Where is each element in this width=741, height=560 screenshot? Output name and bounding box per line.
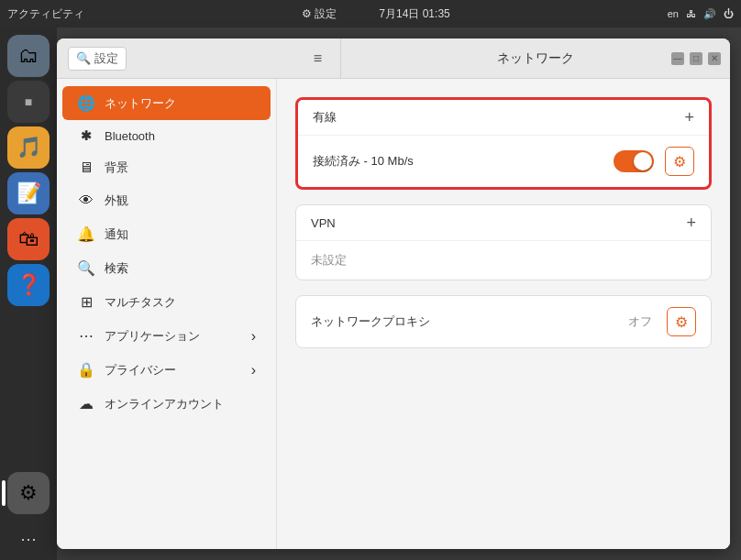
maximize-button[interactable]: □ [690,52,702,65]
sidebar-search-label: 検索 [105,260,128,277]
applications-icon: ⋯ [77,327,95,345]
vpn-section-header: VPN + [296,205,711,241]
wired-add-button[interactable]: + [684,109,694,126]
appearance-icon: 👁 [77,192,95,209]
wired-toggle[interactable] [614,150,654,172]
vpn-section: VPN + 未設定 [295,204,712,280]
sidebar-item-background[interactable]: 🖥 背景 [62,151,271,184]
settings-menu-button[interactable]: ≡ [306,47,329,71]
sidebar-applications-label: アプリケーション [105,328,200,345]
sidebar-online-label: オンラインアカウント [105,396,224,412]
topbar-center: ⚙ 設定 7月14日 01:35 [302,6,450,22]
dock-item-settings[interactable]: ⚙ [7,472,50,514]
network-icon[interactable]: 🖧 [686,8,696,19]
vpn-label: VPN [311,216,336,230]
sidebar-bluetooth-label: Bluetooth [105,129,155,143]
dock-item-writer[interactable]: 📝 [7,172,50,214]
sidebar-item-privacy[interactable]: 🔒 プライバシー [62,353,271,387]
dock-item-help[interactable]: ❓ [7,264,50,306]
settings-topbar: 🔍 設定 ≡ [57,38,340,79]
search-icon: 🔍 [76,51,91,65]
sidebar-item-online[interactable]: ☁ オンラインアカウント [62,387,271,421]
power-icon[interactable]: ⏻ [724,8,734,19]
volume-icon[interactable]: 🔊 [703,8,716,20]
topbar-settings-label[interactable]: ⚙ 設定 [302,6,337,22]
topbar-right: en 🖧 🔊 ⏻ [668,8,734,20]
dock-item-grid[interactable]: ⋯ [7,518,50,560]
proxy-gear-button[interactable]: ⚙ [667,307,696,336]
wired-gear-button[interactable]: ⚙ [665,147,694,176]
wired-section: 有線 + 接続済み - 10 Mb/s ⚙ [295,97,712,190]
wired-row-controls: ⚙ [614,147,694,176]
wired-connection-label: 接続済み - 10 Mb/s [313,153,614,170]
search-box[interactable]: 🔍 設定 [68,47,127,71]
dock-item-software[interactable]: 🛍 [7,218,50,260]
activities-label[interactable]: アクティビティ [7,6,84,22]
topbar-datetime: 7月14日 01:35 [379,6,449,22]
bluetooth-icon: ✱ [77,128,95,143]
content-area: 🌐 ネットワーク ✱ Bluetooth 🖥 背景 👁 外観 🔔 通 [57,79,730,549]
search-sidebar-icon: 🔍 [77,259,95,277]
privacy-icon: 🔒 [77,361,95,379]
sidebar: 🌐 ネットワーク ✱ Bluetooth 🖥 背景 👁 外観 🔔 通 [57,79,277,549]
wired-connection-row: 接続済み - 10 Mb/s ⚙ [298,136,709,187]
sidebar-background-label: 背景 [105,159,128,176]
multitask-icon: ⊞ [77,293,95,311]
wired-gear-icon: ⚙ [673,153,686,170]
sidebar-item-applications[interactable]: ⋯ アプリケーション [62,319,271,353]
dock-item-terminal[interactable]: ■ [7,81,50,123]
notifications-icon: 🔔 [77,225,95,243]
network-panel-title: ネットワーク [497,50,574,67]
dock-item-music[interactable]: 🎵 [7,126,50,169]
topbar-lang[interactable]: en [668,8,679,19]
sidebar-item-bluetooth[interactable]: ✱ Bluetooth [62,120,271,151]
proxy-section: ネットワークプロキシ オフ ⚙ [295,295,712,348]
sidebar-item-multitask[interactable]: ⊞ マルチタスク [62,285,271,319]
vpn-empty-row: 未設定 [296,241,711,280]
window-controls: — □ ✕ [671,52,721,65]
sidebar-network-label: ネットワーク [105,95,176,112]
wired-section-header: 有線 + [298,100,709,136]
wired-label: 有線 [313,109,337,126]
search-placeholder: 設定 [94,50,118,67]
minimize-button[interactable]: — [671,52,684,65]
topbar: アクティビティ ⚙ 設定 7月14日 01:35 en 🖧 🔊 ⏻ [0,0,741,27]
sidebar-privacy-label: プライバシー [105,362,176,379]
sidebar-item-search[interactable]: 🔍 検索 [62,251,271,285]
proxy-row: ネットワークプロキシ オフ ⚙ [296,296,711,347]
dock: 🗂 ■ 🎵 📝 🛍 ❓ ⚙ ⋯ [0,27,57,560]
dock-item-files[interactable]: 🗂 [7,35,50,77]
sidebar-item-notifications[interactable]: 🔔 通知 [62,217,271,251]
sidebar-item-network[interactable]: 🌐 ネットワーク [62,86,271,120]
sidebar-appearance-label: 外観 [105,192,128,209]
sidebar-item-appearance[interactable]: 👁 外観 [62,184,271,217]
proxy-label: ネットワークプロキシ [311,313,430,330]
online-icon: ☁ [77,395,95,412]
background-icon: 🖥 [77,159,95,176]
vpn-add-button[interactable]: + [686,214,696,231]
close-button[interactable]: ✕ [708,52,721,65]
proxy-gear-icon: ⚙ [675,313,688,331]
settings-window: 🔍 設定 ≡ ネットワーク — □ ✕ [57,38,730,549]
sidebar-notifications-label: 通知 [105,226,128,243]
network-sidebar-icon: 🌐 [77,94,95,112]
proxy-controls: オフ ⚙ [628,307,696,336]
network-panel: 有線 + 接続済み - 10 Mb/s ⚙ [277,79,730,549]
sidebar-multitask-label: マルチタスク [105,294,176,311]
network-title-bar: ネットワーク — □ ✕ [341,38,730,79]
topbar-left: アクティビティ [7,6,84,22]
proxy-status: オフ [628,313,652,330]
main-area: 🗂 ■ 🎵 📝 🛍 ❓ ⚙ ⋯ 🔍 設定 ≡ [0,27,741,560]
vpn-empty-label: 未設定 [311,253,347,267]
